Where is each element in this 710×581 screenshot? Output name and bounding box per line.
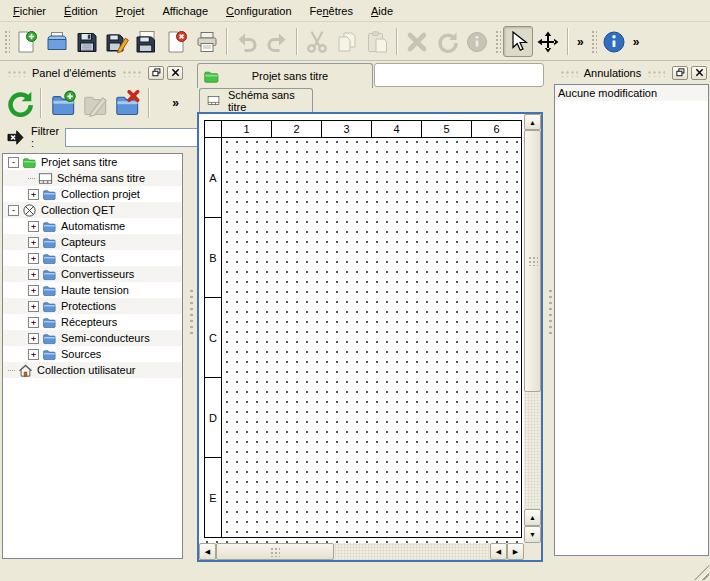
close-panel-button[interactable]	[167, 66, 183, 80]
print-button[interactable]	[192, 26, 222, 57]
tree-item-label: Collection projet	[61, 188, 140, 200]
info-blue-icon	[602, 30, 626, 54]
clipboard-icon	[365, 30, 389, 54]
undo-history-list[interactable]: Aucune modification	[554, 84, 709, 556]
close-panel-button[interactable]	[691, 66, 707, 80]
scroll-up-button-2[interactable]: ▲	[524, 509, 541, 526]
about-button[interactable]	[599, 26, 629, 57]
menu-affichage[interactable]: Affichage	[153, 2, 217, 20]
menu-aide[interactable]: Aide	[362, 2, 402, 20]
tree-item-automatisme[interactable]: +Automatisme	[3, 218, 182, 234]
scroll-left-button[interactable]: ◀	[199, 543, 216, 560]
expand-toggle[interactable]: +	[28, 221, 39, 232]
tree-item-protections[interactable]: +Protections	[3, 298, 182, 314]
tree-item-label: Projet sans titre	[41, 156, 117, 168]
save-as-button[interactable]	[102, 26, 132, 57]
menu-configuration[interactable]: Configuration	[217, 2, 300, 20]
toolbar-grip[interactable]	[3, 29, 10, 55]
scroll-left-button-2[interactable]: ◀	[490, 543, 507, 560]
open-file-button[interactable]	[42, 26, 72, 57]
tree-item-collection-qet[interactable]: -Collection QET	[3, 202, 182, 218]
tree-item-schema-sans-titre[interactable]: Schéma sans titre	[3, 170, 182, 186]
tree-item-collection-utilisateur[interactable]: Collection utilisateur	[3, 362, 182, 378]
undo-arrow-icon	[235, 30, 259, 54]
reload-collections-button[interactable]	[3, 86, 35, 120]
folder-icon	[42, 283, 57, 298]
scissors-icon	[305, 30, 329, 54]
window-resize-grip[interactable]	[694, 565, 709, 580]
redo-arrow-icon	[265, 30, 289, 54]
toolbar-overflow-chevron[interactable]: »	[629, 35, 644, 49]
redo-button	[262, 26, 292, 57]
vertical-scrollbar[interactable]: ▲ ▲ ▼	[524, 114, 541, 543]
row-header-C: C	[204, 297, 222, 378]
tree-item-label: Protections	[61, 300, 116, 312]
undo-list-item[interactable]: Aucune modification	[555, 85, 708, 101]
float-panel-button[interactable]	[148, 66, 164, 80]
expand-toggle[interactable]: +	[28, 317, 39, 328]
undo-panel-titlebar[interactable]: Annulations	[553, 63, 710, 82]
new-category-button[interactable]	[47, 86, 79, 120]
tree-item-label: Convertisseurs	[61, 268, 134, 280]
elements-panel-titlebar[interactable]: Panel d'éléments	[0, 63, 186, 82]
printer-icon	[195, 30, 219, 54]
scroll-down-button[interactable]: ▼	[524, 526, 541, 543]
tree-item-sources[interactable]: +Sources	[3, 346, 182, 362]
elements-tree: -Projet sans titreSchéma sans titre+Coll…	[2, 153, 183, 559]
toolbar-overflow-chevron[interactable]: »	[573, 35, 588, 49]
tree-item-haute-tension[interactable]: +Haute tension	[3, 282, 182, 298]
expand-toggle[interactable]: +	[28, 333, 39, 344]
scroll-right-button[interactable]: ▶	[507, 543, 524, 560]
expand-toggle[interactable]: +	[28, 237, 39, 248]
vertical-scroll-thumb[interactable]	[524, 130, 541, 392]
toolbar-separator	[40, 88, 42, 118]
expand-toggle[interactable]: +	[28, 349, 39, 360]
horizontal-scrollbar[interactable]: ◀ ◀ ▶	[199, 543, 524, 560]
toolbar-grip[interactable]	[494, 29, 501, 55]
tree-item-contacts[interactable]: +Contacts	[3, 250, 182, 266]
project-tab[interactable]: Projet sans titre	[197, 63, 373, 88]
tree-item-projet-sans-titre[interactable]: -Projet sans titre	[3, 154, 182, 170]
menu-fenetres[interactable]: Fenêtres	[301, 2, 362, 20]
expand-toggle[interactable]: +	[28, 269, 39, 280]
collapse-toggle[interactable]: -	[8, 205, 19, 216]
toolbar-separator	[396, 28, 398, 55]
new-file-button[interactable]	[12, 26, 42, 57]
clear-filter-button[interactable]	[6, 128, 25, 147]
expand-toggle[interactable]: +	[28, 285, 39, 296]
scroll-mode-button[interactable]	[533, 26, 563, 57]
menu-edition[interactable]: Édition	[55, 2, 107, 20]
collapse-toggle[interactable]: -	[8, 157, 19, 168]
undo-panel-title: Annulations	[582, 67, 644, 79]
expand-toggle[interactable]: +	[28, 189, 39, 200]
expand-toggle[interactable]: +	[28, 301, 39, 312]
tree-item-convertisseurs[interactable]: +Convertisseurs	[3, 266, 182, 282]
splitter-right[interactable]	[545, 63, 553, 562]
diagram-canvas[interactable]: 123456ABCDE	[199, 114, 524, 543]
rotate-arrow-icon	[435, 30, 459, 54]
tree-item-collection-projet[interactable]: +Collection projet	[3, 186, 182, 202]
select-mode-button[interactable]	[503, 26, 533, 57]
folder-pencil-icon	[82, 90, 109, 117]
tree-item-semi-conducteurs[interactable]: +Semi-conducteurs	[3, 330, 182, 346]
menu-projet[interactable]: Projet	[107, 2, 154, 20]
expand-toggle[interactable]: +	[28, 253, 39, 264]
scroll-up-button[interactable]: ▲	[524, 114, 541, 130]
schema-tab[interactable]: Schéma sans titre	[199, 88, 313, 112]
copy-button	[332, 26, 362, 57]
splitter-left[interactable]	[186, 63, 196, 562]
toolbar-overflow-chevron[interactable]: »	[168, 96, 183, 110]
close-file-button[interactable]	[162, 26, 192, 57]
save-button[interactable]	[72, 26, 102, 57]
diagram-view[interactable]: 123456ABCDE ▲ ▲ ▼ ◀ ◀ ▶	[197, 112, 543, 562]
menu-fichier[interactable]: Fichier	[4, 2, 55, 20]
horizontal-scroll-thumb[interactable]	[216, 543, 334, 560]
folder-icon	[42, 187, 57, 202]
float-panel-button[interactable]	[672, 66, 688, 80]
tree-item-recepteurs[interactable]: +Récepteurs	[3, 314, 182, 330]
save-all-button[interactable]	[132, 26, 162, 57]
delete-category-button[interactable]	[111, 86, 143, 120]
toolbar-grip[interactable]	[590, 29, 597, 55]
folder-icon	[42, 267, 57, 282]
tree-item-capteurs[interactable]: +Capteurs	[3, 234, 182, 250]
